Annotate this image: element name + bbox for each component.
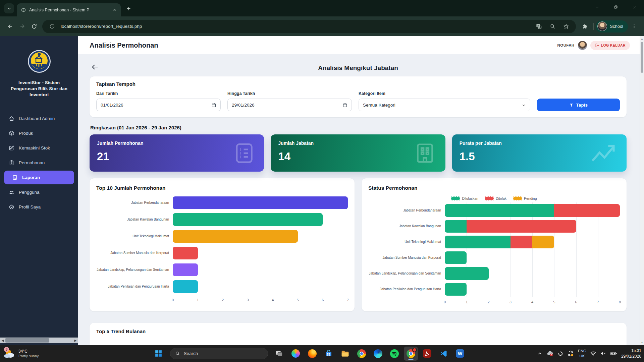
scroll-right-arrow-icon[interactable]: ▶ [73,339,78,342]
weather-widget[interactable]: 3 34°C Partly sunny [3,348,39,359]
chart-row: Unit Teknologi Maklumat [368,234,620,250]
tab-search-button[interactable] [4,3,14,13]
sidebar-horizontal-scrollbar[interactable]: ◀ ▶ [0,338,78,343]
chevron-down-icon [7,6,11,11]
onedrive-error-icon[interactable] [546,350,554,357]
filter-card: Tapisan Tempoh Dari Tarikh 01/01/2026 Hi… [90,76,627,117]
system-tray: ENGUK 15:31 29/01/2026 [537,348,641,359]
new-tab-button[interactable] [123,3,133,13]
x-axis: 01234567 [173,295,348,304]
category-select[interactable]: Semua Kategori [359,99,530,111]
chart-row: Jabatan Perbendaharaan [368,202,620,218]
bar-segment [467,220,576,233]
sidebar-item-permohonan[interactable]: Permohonan [4,156,74,170]
forward-nav-button[interactable] [16,20,28,33]
chart-row: Jabatan Sumber Manusia dan Korporat [96,245,348,261]
sidebar-item-kemaskini-stok[interactable]: Kemaskini Stok [4,141,74,155]
scroll-left-arrow-icon[interactable]: ◀ [0,339,5,342]
to-date-input[interactable]: 29/01/2026 [227,99,352,111]
plus-icon [126,6,131,11]
menu-kebab-icon[interactable] [628,20,640,33]
browser-tab[interactable]: Analisis Permohonan - Sistem P [17,3,121,16]
user-name: NOUFAH [557,43,575,47]
taskbar-app-spotify-icon[interactable] [387,347,401,361]
taskbar-app-microsoft-store-icon[interactable] [322,347,336,361]
site-info-icon[interactable] [47,21,57,32]
windows-start-icon [154,349,163,358]
close-window-button[interactable] [625,0,644,14]
taskbar-app-file-explorer-icon[interactable] [338,347,352,361]
start-button[interactable] [152,347,166,361]
chevron-up-icon[interactable] [537,351,543,356]
clock-time: 15:31 [621,348,641,353]
taskbar-search[interactable]: Search [170,348,268,359]
minimize-button[interactable] [588,0,606,14]
bookmark-star-icon[interactable] [561,21,571,32]
back-nav-button[interactable] [4,20,16,33]
chart-row: Jabatan Perbendaharaan [96,194,348,211]
taskbar-app-copilot-icon[interactable] [289,347,303,361]
trend-line-icon [590,141,619,165]
home-icon [9,116,14,121]
sidebar-item-laporan[interactable]: Laporan [4,171,74,184]
taskbar-app-task-view-icon[interactable] [272,347,286,361]
sync-icon[interactable] [567,350,574,357]
taskbar-app-acrobat-icon[interactable] [420,347,434,361]
user-avatar[interactable] [578,41,587,50]
bar-segment [445,267,489,280]
volume-muted-icon[interactable] [600,350,606,357]
restore-button[interactable] [606,0,625,14]
scrollbar-thumb[interactable] [5,338,49,343]
x-axis: 012345678 [445,297,620,306]
chart-row: Jabatan Kawalan Bangunan [368,218,620,234]
bar-segment [554,204,620,217]
scrollbar-thumb[interactable] [641,42,643,73]
funnel-filter-icon [569,103,574,107]
profile-icon [9,204,14,210]
browser-profile-name: School [610,24,623,29]
taskbar-app-chrome-icon[interactable] [355,347,369,361]
taskbar-app-chrome-active-icon[interactable] [404,347,418,361]
bar [173,247,198,259]
taskbar-app-word-icon[interactable]: W [453,347,467,361]
notification-badge: 3 [4,347,9,352]
from-date-input[interactable]: 01/01/2026 [96,99,221,111]
language-indicator[interactable]: ENGUK [578,349,586,358]
back-arrow-button[interactable] [91,63,99,71]
ring-icon[interactable] [557,351,564,357]
wifi-icon[interactable] [590,350,596,357]
logout-button[interactable]: LOG KELUAR [590,41,630,50]
sidebar-item-produk[interactable]: Produk [4,126,74,140]
scroll-down-arrow-icon[interactable]: ▼ [641,340,643,345]
url-bar[interactable]: localhost/storeroom/report_requests.php [42,20,576,33]
reload-button[interactable] [28,20,40,33]
weather-temp: 34°C [18,349,39,354]
battery-icon[interactable] [610,350,618,357]
zoom-icon[interactable] [547,21,557,32]
page-vertical-scrollbar[interactable]: ▲ ▼ [640,36,644,345]
bar-segment [445,220,467,233]
browser-profile-chip[interactable]: School [596,20,628,33]
trend-card: Top 5 Trend Bulanan [90,323,627,345]
taskbar-app-firefox-icon[interactable] [305,347,319,361]
extensions-icon[interactable] [579,20,591,33]
calendar-icon [342,103,347,108]
tab-close-icon[interactable] [111,7,117,13]
taskbar-app-edge-icon[interactable] [371,347,385,361]
taskbar-clock[interactable]: 15:31 29/01/2026 [621,348,641,359]
bar-segment [445,204,554,217]
bar [173,280,198,293]
sidebar-item-pengguna[interactable]: Pengguna [4,185,74,199]
sidebar-item-dashboard-admin[interactable]: Dashboard Admin [4,112,74,125]
translate-icon[interactable] [534,21,544,32]
calendar-icon [211,103,216,108]
app-notification-dot [412,348,417,352]
scroll-up-arrow-icon[interactable]: ▲ [641,36,643,41]
taskbar-app-vscode-icon[interactable] [437,347,451,361]
summary-card-purata-per-jabatan: Purata per Jabatan1.5 [452,134,627,172]
filter-submit-button[interactable]: Tapis [537,99,620,111]
summary-card-jumlah-permohonan: Jumlah Permohonan21 [90,134,264,172]
url-text[interactable]: localhost/storeroom/report_requests.php [61,24,530,29]
users-icon [9,189,14,195]
sidebar-item-profil-saya[interactable]: Profil Saya [4,200,74,214]
